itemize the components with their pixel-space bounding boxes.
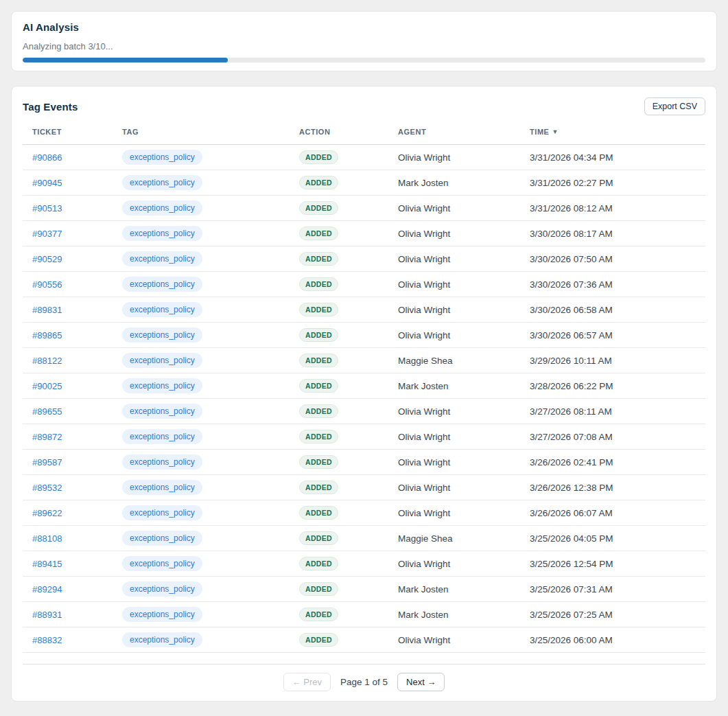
event-time: 3/28/2026 06:22 PM [530, 381, 705, 391]
ticket-link[interactable]: #90556 [23, 279, 62, 290]
table-row: #89872 exceptions_policy ADDED Olivia Wr… [23, 424, 705, 450]
agent-name: Maggie Shea [398, 533, 530, 544]
action-badge: ADDED [299, 328, 338, 342]
ticket-link[interactable]: #89415 [23, 559, 62, 569]
table-row: #88931 exceptions_policy ADDED Mark Jost… [23, 602, 705, 627]
action-badge: ADDED [299, 481, 338, 494]
event-time: 3/27/2026 08:11 AM [530, 406, 705, 417]
event-time: 3/25/2026 06:00 AM [530, 635, 705, 645]
table-row: #89415 exceptions_policy ADDED Olivia Wr… [23, 551, 705, 577]
table-row: #90025 exceptions_policy ADDED Mark Jost… [23, 373, 705, 399]
event-time: 3/31/2026 08:12 AM [530, 203, 705, 213]
agent-name: Mark Josten [398, 178, 530, 188]
tag-badge: exceptions_policy [122, 200, 202, 216]
event-time: 3/26/2026 06:07 AM [530, 508, 705, 518]
tag-badge: exceptions_policy [122, 251, 202, 266]
progress-fill [23, 58, 228, 62]
action-badge: ADDED [299, 379, 338, 393]
column-header-ticket[interactable]: TICKET [23, 128, 122, 136]
tag-badge: exceptions_policy [122, 404, 202, 419]
event-time: 3/30/2026 08:17 AM [530, 229, 705, 239]
action-badge: ADDED [299, 227, 338, 240]
ticket-link[interactable]: #90529 [23, 254, 62, 264]
column-header-agent[interactable]: AGENT [398, 128, 530, 136]
ticket-link[interactable]: #89872 [23, 432, 62, 442]
ai-analysis-card: AI Analysis Analyzing batch 3/10... [11, 11, 717, 71]
event-time: 3/26/2026 12:38 PM [530, 483, 705, 493]
tag-badge: exceptions_policy [122, 632, 202, 647]
ticket-link[interactable]: #89294 [23, 584, 62, 594]
agent-name: Olivia Wright [398, 330, 530, 340]
tag-badge: exceptions_policy [122, 531, 202, 546]
action-badge: ADDED [299, 582, 338, 596]
action-badge: ADDED [299, 430, 338, 443]
event-time: 3/30/2026 07:50 AM [530, 254, 705, 264]
action-badge: ADDED [299, 201, 338, 215]
ticket-link[interactable]: #90377 [23, 229, 62, 239]
prev-page-button[interactable]: ← Prev [283, 673, 331, 691]
sort-desc-icon: ▼ [552, 128, 558, 135]
action-badge: ADDED [299, 176, 338, 189]
column-header-time[interactable]: TIME▼ [530, 128, 705, 136]
table-row: #89865 exceptions_policy ADDED Olivia Wr… [23, 323, 705, 348]
table-row: #89587 exceptions_policy ADDED Olivia Wr… [23, 450, 705, 475]
ticket-link[interactable]: #89655 [23, 406, 62, 417]
ticket-link[interactable]: #90025 [23, 381, 62, 391]
tag-events-header: Tag Events Export CSV [23, 97, 705, 115]
ticket-link[interactable]: #88931 [23, 610, 62, 620]
agent-name: Olivia Wright [398, 406, 530, 417]
action-badge: ADDED [299, 608, 338, 621]
event-time: 3/31/2026 02:27 PM [530, 178, 705, 188]
agent-name: Olivia Wright [398, 635, 530, 645]
agent-name: Olivia Wright [398, 483, 530, 493]
tag-badge: exceptions_policy [122, 505, 202, 520]
event-time: 3/30/2026 06:58 AM [530, 305, 705, 315]
tag-badge: exceptions_policy [122, 175, 202, 190]
ticket-link[interactable]: #88832 [23, 635, 62, 645]
table-row: #90866 exceptions_policy ADDED Olivia Wr… [23, 145, 705, 170]
ticket-link[interactable]: #89587 [23, 457, 62, 467]
tag-badge: exceptions_policy [122, 277, 202, 292]
ticket-link[interactable]: #90945 [23, 178, 62, 188]
ticket-link[interactable]: #89865 [23, 330, 62, 340]
agent-name: Olivia Wright [398, 457, 530, 467]
event-time: 3/25/2026 07:25 AM [530, 610, 705, 620]
ticket-link[interactable]: #88108 [23, 533, 62, 544]
event-time: 3/31/2026 04:34 PM [530, 152, 705, 163]
ticket-link[interactable]: #88122 [23, 356, 62, 366]
agent-name: Olivia Wright [398, 279, 530, 290]
ticket-link[interactable]: #90866 [23, 152, 62, 163]
agent-name: Olivia Wright [398, 254, 530, 264]
ticket-link[interactable]: #89622 [23, 508, 62, 518]
event-time: 3/25/2026 07:31 AM [530, 584, 705, 594]
ticket-link[interactable]: #90513 [23, 203, 62, 213]
table-row: #90945 exceptions_policy ADDED Mark Jost… [23, 170, 705, 196]
agent-name: Olivia Wright [398, 305, 530, 315]
agent-name: Olivia Wright [398, 432, 530, 442]
table-row: #88832 exceptions_policy ADDED Olivia Wr… [23, 627, 705, 653]
event-time: 3/30/2026 07:36 AM [530, 279, 705, 290]
column-header-action[interactable]: ACTION [299, 128, 398, 136]
agent-name: Mark Josten [398, 584, 530, 594]
column-header-tag[interactable]: TAG [122, 128, 299, 136]
table-row: #88122 exceptions_policy ADDED Maggie Sh… [23, 348, 705, 373]
table-row: #89622 exceptions_policy ADDED Olivia Wr… [23, 500, 705, 526]
tag-badge: exceptions_policy [122, 226, 202, 241]
tag-events-card: Tag Events Export CSV TICKET TAG ACTION … [11, 86, 717, 702]
event-time: 3/25/2026 12:54 PM [530, 559, 705, 569]
action-badge: ADDED [299, 150, 338, 164]
export-csv-button[interactable]: Export CSV [644, 97, 705, 115]
event-time: 3/25/2026 04:05 PM [530, 533, 705, 544]
event-time: 3/30/2026 06:57 AM [530, 330, 705, 340]
next-page-button[interactable]: Next → [397, 673, 445, 691]
action-badge: ADDED [299, 531, 338, 545]
ticket-link[interactable]: #89532 [23, 483, 62, 493]
agent-name: Olivia Wright [398, 152, 530, 163]
table-row: #90556 exceptions_policy ADDED Olivia Wr… [23, 272, 705, 297]
ticket-link[interactable]: #89831 [23, 305, 62, 315]
table-body: #90866 exceptions_policy ADDED Olivia Wr… [23, 145, 705, 653]
agent-name: Mark Josten [398, 381, 530, 391]
table-row: #89831 exceptions_policy ADDED Olivia Wr… [23, 297, 705, 323]
event-time: 3/26/2026 02:41 PM [530, 457, 705, 467]
action-badge: ADDED [299, 303, 338, 316]
